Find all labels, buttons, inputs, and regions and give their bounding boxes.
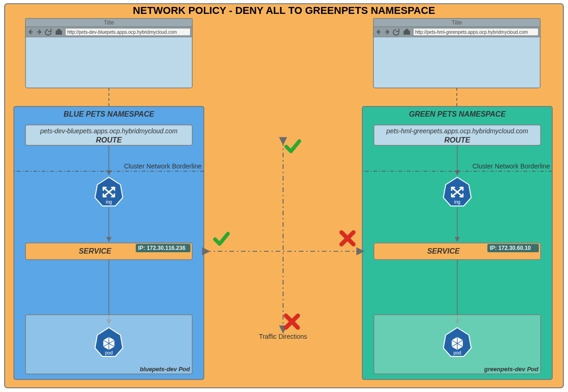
blue-route-url: pets-dev-bluepets.apps.ocp.hybridmycloud…: [40, 127, 178, 135]
blue-service-label: SERVICE: [79, 247, 112, 255]
browser-title-right: Title: [452, 19, 462, 26]
svg-text:pod: pod: [454, 350, 461, 355]
browser-title-left: Title: [104, 19, 114, 26]
blue-namespace: BLUE PETS NAMESPACE pets-dev-bluepets.ap…: [14, 106, 204, 380]
diagram-root: NETWORK POLICY - DENY ALL TO GREENPETS N…: [0, 0, 568, 392]
blue-borderline-label: Cluster Network Borderline: [124, 162, 202, 170]
svg-text:ing: ing: [454, 199, 460, 205]
svg-text:ing: ing: [106, 199, 112, 205]
green-route-label: ROUTE: [444, 136, 471, 144]
green-borderline-label: Cluster Network Borderline: [473, 162, 550, 170]
green-service-label: SERVICE: [427, 247, 461, 255]
blue-ns-title: BLUE PETS NAMESPACE: [63, 110, 155, 118]
diagram-title: NETWORK POLICY - DENY ALL TO GREENPETS N…: [133, 5, 435, 16]
blue-service-ip: IP: 172.30.116.236: [138, 245, 185, 251]
svg-text:pod: pod: [105, 350, 113, 355]
browser-url-left: http://pets-dev-bluepets.apps.ocp.hybrid…: [67, 30, 177, 35]
blue-pod-name: bluepets-dev Pod: [140, 366, 190, 373]
green-pod-name: greenpets-dev Pod: [484, 366, 539, 373]
traffic-label: Traffic Directions: [259, 333, 307, 340]
blue-route-label: ROUTE: [96, 136, 122, 144]
green-service-ip: IP: 172.30.60.10: [490, 245, 531, 251]
browser-url-right: http://pets-hml-greenpets.apps.ocp.hybri…: [415, 30, 528, 35]
green-ns-title: GREEN PETS NAMESPACE: [409, 110, 506, 118]
browser-right: Title http://pets-hml-greenpets.apps.ocp…: [373, 19, 540, 88]
green-namespace: GREEN PETS NAMESPACE pets-hml-greenpets.…: [362, 106, 552, 380]
green-route-url: pets-hml-greenpets.apps.ocp.hybridmyclou…: [386, 127, 528, 135]
browser-left: Title http://pets-dev-bluepets.apps.ocp.…: [25, 19, 192, 88]
